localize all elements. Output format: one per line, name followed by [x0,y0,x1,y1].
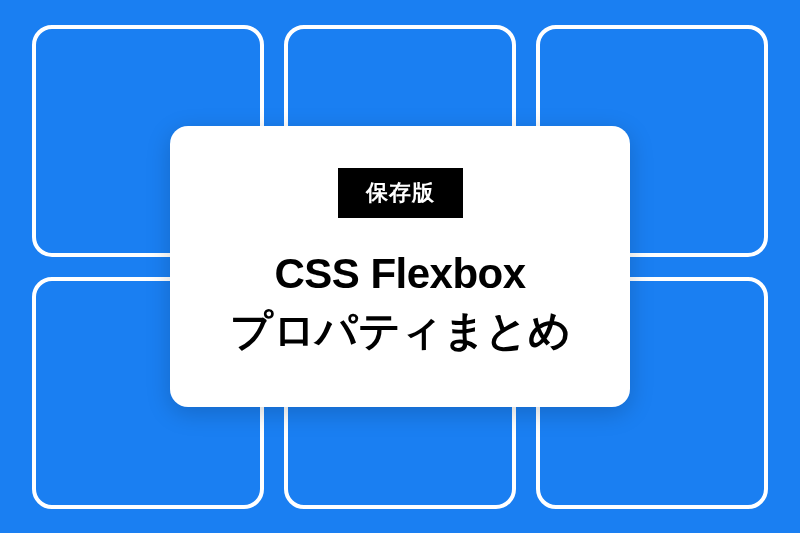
hero-canvas: 保存版 CSS Flexbox プロパティまとめ [0,0,800,533]
title-line-1: CSS Flexbox [274,250,525,297]
title-card: 保存版 CSS Flexbox プロパティまとめ [170,126,630,407]
title: CSS Flexbox プロパティまとめ [230,246,570,359]
title-line-2: プロパティまとめ [230,307,570,354]
badge-label: 保存版 [366,180,435,205]
badge: 保存版 [338,168,463,218]
